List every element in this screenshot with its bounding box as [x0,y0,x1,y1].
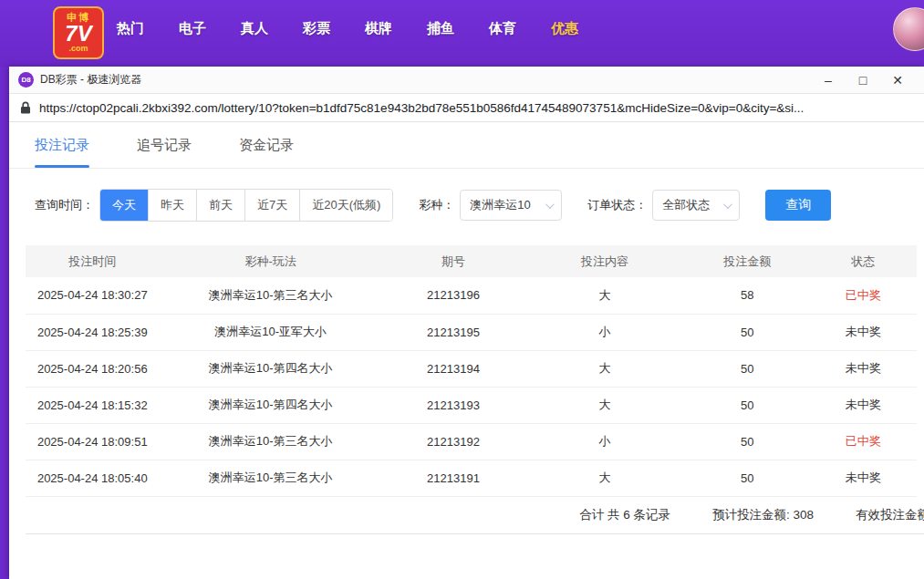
table-row: 2025-04-24 18:20:56澳洲幸运10-第四名大小21213194大… [26,350,917,387]
cell-issue: 21213193 [382,387,524,423]
tab[interactable]: 资金记录 [239,122,294,168]
nav-item[interactable]: 棋牌 [365,20,392,37]
cell-time: 2025-04-24 18:05:40 [26,460,160,496]
column-header: 投注金额 [685,245,810,277]
cell-play: 澳洲幸运10-第三名大小 [160,277,382,314]
status-select-value: 全部状态 [662,197,710,213]
browser-window: D8 DB彩票 - 极速浏览器 – □ ✕ https://ctop02pcal… [9,67,924,579]
search-button[interactable]: 查询 [765,190,831,221]
summary-bar: 合计 共 6 条记录 预计投注金额: 308 有效投注金额 [26,497,924,534]
url-bar[interactable]: https://ctop02pcali.2kbxi392.com/lottery… [9,94,924,122]
summary-total: 合计 共 6 条记录 [579,507,670,523]
nav-item[interactable]: 电子 [179,20,206,37]
chevron-down-icon [723,200,732,209]
cell-amount: 50 [685,350,810,387]
cell-play: 澳洲幸运10-亚军大小 [160,314,382,350]
tab[interactable]: 投注记录 [35,122,89,168]
nav-item[interactable]: 彩票 [303,20,330,37]
nav-item[interactable]: 真人 [241,20,268,37]
table-row: 2025-04-24 18:05:40澳洲幸运10-第三名大小21213191大… [26,460,917,496]
table-row: 2025-04-24 18:30:27澳洲幸运10-第三名大小21213196大… [26,277,917,314]
table-header-row: 投注时间彩种-玩法期号投注内容投注金额状态 [26,245,917,277]
time-filter-option[interactable]: 近7天 [245,190,300,221]
cell-time: 2025-04-24 18:30:27 [26,277,160,314]
cell-status: 未中奖 [810,387,917,423]
cell-status: 未中奖 [810,314,917,350]
order-status-select[interactable]: 全部状态 [652,190,740,221]
cell-status: 未中奖 [810,460,917,496]
nav-item[interactable]: 体育 [489,20,516,37]
summary-valid-amount: 有效投注金额 [856,507,924,523]
cell-amount: 50 [685,387,810,423]
table-body: 2025-04-24 18:30:27澳洲幸运10-第三名大小21213196大… [26,277,917,496]
minimize-button[interactable]: – [811,67,846,93]
table-row: 2025-04-24 18:15:32澳洲幸运10-第四名大小21213193大… [26,387,917,423]
lottery-select[interactable]: 澳洲幸运10 [460,190,562,221]
site-background-strip [0,67,9,579]
site-nav: 热门电子真人彩票棋牌捕鱼体育优惠 [117,20,578,37]
time-filter-label: 查询时间： [35,197,94,213]
logo-main-text: 7V [65,23,91,45]
cell-play: 澳洲幸运10-第三名大小 [160,423,382,460]
cell-content: 大 [524,277,685,314]
page-content: 投注记录追号记录资金记录 查询时间： 今天昨天前天近7天近20天(低频) 彩种：… [9,122,924,579]
cell-issue: 21213196 [382,277,524,314]
lottery-select-value: 澳洲幸运10 [470,197,530,213]
cell-status: 已中奖 [810,423,917,460]
time-filter-option[interactable]: 昨天 [149,190,197,221]
cell-play: 澳洲幸运10-第三名大小 [160,460,382,496]
time-filter-option[interactable]: 近20天(低频) [300,190,392,221]
bet-record-table: 投注时间彩种-玩法期号投注内容投注金额状态 2025-04-24 18:30:2… [26,245,917,497]
cell-amount: 50 [685,460,810,496]
cell-status: 已中奖 [810,277,917,314]
record-tabs: 投注记录追号记录资金记录 [9,122,924,169]
window-title: DB彩票 - 极速浏览器 [40,72,141,88]
filter-bar: 查询时间： 今天昨天前天近7天近20天(低频) 彩种： 澳洲幸运10 订单状态：… [9,169,924,240]
cell-issue: 21213195 [382,314,524,350]
cell-content: 小 [524,314,685,350]
close-button[interactable]: ✕ [880,67,915,93]
cell-play: 澳洲幸运10-第四名大小 [160,350,382,387]
cell-amount: 50 [685,423,810,460]
cell-time: 2025-04-24 18:09:51 [26,423,160,460]
column-header: 投注时间 [26,245,160,277]
cell-content: 大 [524,387,685,423]
nav-item[interactable]: 优惠 [551,20,578,37]
cell-issue: 21213194 [382,350,524,387]
tab[interactable]: 追号记录 [137,122,192,168]
chevron-down-icon [545,200,555,209]
maximize-button[interactable]: □ [846,67,880,93]
logo-bottom-text: .com [68,45,88,53]
lock-icon [20,101,31,114]
time-filter-option[interactable]: 今天 [100,190,149,221]
cell-time: 2025-04-24 18:25:39 [26,314,160,350]
table-row: 2025-04-24 18:25:39澳洲幸运10-亚军大小21213195小5… [26,314,917,350]
cell-content: 大 [524,460,685,496]
avatar[interactable] [893,7,924,51]
column-header: 期号 [382,245,524,277]
browser-titlebar: D8 DB彩票 - 极速浏览器 – □ ✕ [9,67,924,94]
status-filter-label: 订单状态： [587,197,647,213]
browser-tab-icon: D8 [18,72,34,88]
time-filter-group: 今天昨天前天近7天近20天(低频) [99,189,393,222]
cell-content: 小 [524,423,685,460]
column-header: 状态 [810,245,917,277]
cell-time: 2025-04-24 18:20:56 [26,350,160,387]
column-header: 彩种-玩法 [160,245,382,277]
cell-issue: 21213191 [382,460,524,496]
table-row: 2025-04-24 18:09:51澳洲幸运10-第三名大小21213192小… [26,423,917,460]
cell-amount: 50 [685,314,810,350]
cell-issue: 21213192 [382,423,524,460]
site-logo[interactable]: 申博 7V .com [53,6,104,59]
time-filter-option[interactable]: 前天 [197,190,245,221]
nav-item[interactable]: 捕鱼 [427,20,454,37]
column-header: 投注内容 [524,245,685,277]
window-controls: – □ ✕ [811,67,915,93]
url-text: https://ctop02pcali.2kbxi392.com/lottery… [39,101,804,115]
lottery-filter-label: 彩种： [419,197,454,213]
cell-play: 澳洲幸运10-第四名大小 [160,387,382,423]
cell-amount: 58 [685,277,810,314]
cell-content: 大 [524,350,685,387]
cell-time: 2025-04-24 18:15:32 [26,387,160,423]
nav-item[interactable]: 热门 [117,20,144,37]
